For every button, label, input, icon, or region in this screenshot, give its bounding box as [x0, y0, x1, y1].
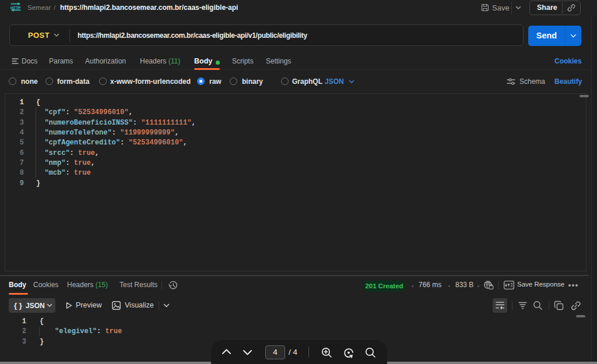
- svg-text:HTTP: HTTP: [10, 5, 21, 10]
